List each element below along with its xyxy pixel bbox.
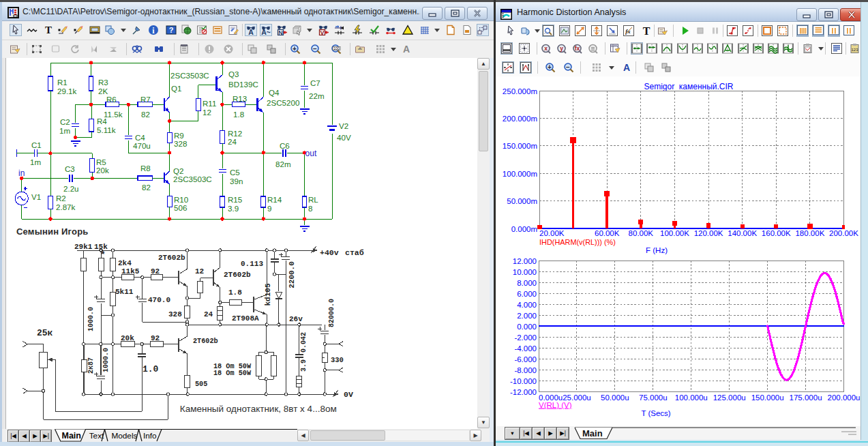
svg-text:9: 9 — [267, 204, 271, 213]
svg-text:2T602b: 2T602b — [158, 254, 185, 262]
svg-text:стаб: стаб — [345, 248, 364, 257]
svg-text:328: 328 — [168, 310, 182, 318]
svg-text:Каменный однотактник, 8вт x 4.: Каменный однотактник, 8вт x 4...8ом — [180, 404, 337, 414]
svg-text:0.000: 0.000 — [517, 323, 537, 331]
svg-text:1.8: 1.8 — [228, 288, 242, 297]
svg-text:200.000u: 200.000u — [828, 393, 860, 402]
svg-text:kd105: kd105 — [264, 283, 272, 306]
svg-text:123: 123 — [851, 48, 858, 52]
svg-text:T (Secs): T (Secs) — [641, 409, 670, 417]
svg-text:A~: A~ — [261, 28, 271, 35]
svg-text:24: 24 — [204, 310, 213, 318]
svg-text:12.000: 12.000 — [513, 257, 537, 265]
svg-text:160.00K: 160.00K — [762, 229, 791, 237]
svg-text:R14: R14 — [267, 195, 282, 204]
svg-text:20k: 20k — [96, 166, 109, 175]
svg-text:3.9: 3.9 — [228, 204, 239, 213]
svg-text:1m: 1m — [59, 126, 70, 135]
svg-text:R8: R8 — [140, 164, 151, 173]
svg-text:100.000m: 100.000m — [503, 170, 537, 178]
svg-text:29.1k: 29.1k — [57, 87, 77, 95]
svg-text:+: + — [548, 63, 552, 71]
svg-text:Semigor_каменный.CIR: Semigor_каменный.CIR — [644, 82, 733, 91]
svg-text:RL: RL — [308, 195, 318, 204]
svg-text:Main: Main — [582, 428, 603, 438]
svg-text:29k1: 29k1 — [74, 243, 93, 251]
svg-text:y: y — [560, 45, 563, 52]
svg-text:1.8: 1.8 — [233, 110, 244, 119]
svg-text:Q1: Q1 — [171, 84, 181, 93]
svg-text:R1: R1 — [57, 78, 68, 87]
svg-text:100.00K: 100.00K — [660, 229, 689, 237]
svg-text:out: out — [305, 149, 317, 158]
svg-text:180.00K: 180.00K — [795, 229, 824, 237]
svg-text:1000.0: 1000.0 — [87, 307, 95, 331]
svg-text:Q3: Q3 — [228, 70, 239, 78]
svg-text:2SC5200: 2SC5200 — [267, 98, 299, 107]
svg-text:2.2u: 2.2u — [63, 184, 79, 193]
svg-text:R4: R4 — [97, 117, 107, 125]
svg-text:0.042: 0.042 — [300, 332, 308, 353]
svg-text:200.00K: 200.00K — [829, 229, 858, 237]
svg-text:82: 82 — [142, 183, 151, 192]
svg-text:8: 8 — [308, 204, 312, 213]
svg-text:140.00K: 140.00K — [728, 229, 757, 237]
svg-text:V1: V1 — [31, 192, 41, 201]
svg-text:8.000: 8.000 — [517, 279, 537, 287]
svg-text:20k: 20k — [121, 334, 134, 342]
svg-text:20.00K: 20.00K — [539, 229, 565, 237]
svg-text:in: in — [18, 168, 25, 178]
svg-text:505: 505 — [195, 381, 207, 388]
svg-text:C1: C1 — [31, 140, 42, 149]
svg-text:12: 12 — [195, 267, 204, 276]
svg-text:1m: 1m — [30, 158, 41, 166]
svg-text:+: + — [293, 45, 297, 53]
svg-text:60.00K: 60.00K — [595, 229, 620, 237]
svg-text:3.9: 3.9 — [300, 359, 308, 372]
svg-text:18 Om 50W: 18 Om 50W — [213, 370, 252, 377]
svg-text:A: A — [403, 44, 410, 55]
svg-text:V: V — [320, 29, 324, 36]
svg-text:50.000m: 50.000m — [507, 197, 537, 205]
svg-text:-8.000: -8.000 — [514, 366, 537, 374]
svg-text:39n: 39n — [230, 177, 243, 185]
svg-text:N: N — [278, 29, 283, 36]
svg-text:75.000u: 75.000u — [639, 393, 668, 402]
svg-text:-2.000: -2.000 — [514, 333, 537, 342]
svg-text:-6.000: -6.000 — [514, 355, 537, 363]
svg-text:250.000m: 250.000m — [503, 87, 537, 95]
svg-text:-12.000: -12.000 — [510, 388, 537, 396]
svg-text:120.00K: 120.00K — [694, 229, 723, 237]
svg-text:82000.0: 82000.0 — [328, 299, 335, 327]
svg-text:0.113: 0.113 — [241, 260, 263, 268]
svg-text:6.000: 6.000 — [517, 290, 537, 298]
svg-text:A: A — [248, 28, 254, 35]
svg-text:82m: 82m — [275, 160, 291, 168]
svg-text:2T602b: 2T602b — [224, 271, 251, 279]
svg-text:2T602b: 2T602b — [193, 338, 218, 345]
svg-text:24: 24 — [228, 137, 237, 146]
svg-text:Q4: Q4 — [269, 88, 280, 97]
svg-text:470.0: 470.0 — [148, 296, 170, 304]
svg-text:BD139C: BD139C — [228, 80, 258, 89]
svg-text:2.87k: 2.87k — [56, 203, 76, 211]
svg-text:12: 12 — [203, 108, 211, 117]
svg-text:x: x — [544, 45, 548, 52]
svg-text:2к87: 2к87 — [87, 357, 95, 374]
svg-text:25к: 25к — [37, 328, 53, 338]
svg-text:26v: 26v — [289, 315, 303, 323]
svg-text:V(RL) (V): V(RL) (V) — [539, 401, 572, 409]
svg-text:50.000u: 50.000u — [601, 393, 629, 402]
svg-text:11k5: 11k5 — [121, 267, 140, 276]
svg-text:C7: C7 — [310, 78, 320, 87]
svg-text:IHD(HARM(v(RL))) (%): IHD(HARM(v(RL))) (%) — [539, 238, 616, 246]
svg-text:V2: V2 — [339, 121, 348, 130]
svg-text:125.000u: 125.000u — [713, 393, 746, 402]
svg-text:Main: Main — [62, 431, 81, 441]
svg-text:5k11: 5k11 — [115, 288, 134, 296]
svg-text:-4.000: -4.000 — [514, 344, 537, 353]
svg-text:2k4: 2k4 — [118, 259, 132, 267]
svg-text:+40v: +40v — [320, 248, 339, 257]
svg-text:470u: 470u — [133, 141, 151, 150]
svg-text:?: ? — [169, 26, 174, 34]
